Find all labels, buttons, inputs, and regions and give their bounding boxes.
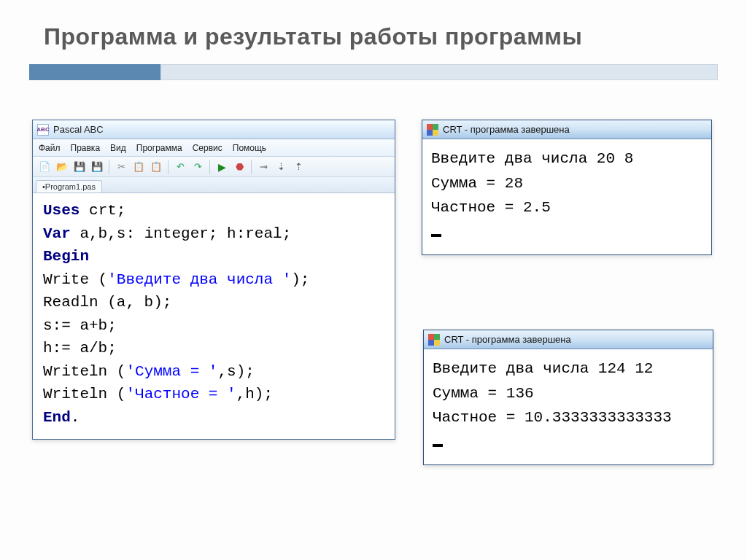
tabbar: •Program1.pas bbox=[33, 177, 395, 193]
code-text: ,h); bbox=[236, 386, 273, 402]
code-string: 'Введите два числа ' bbox=[107, 271, 291, 288]
code-text: . bbox=[71, 409, 80, 426]
paste-icon[interactable]: 📋 bbox=[149, 160, 163, 174]
crt-line: Частное = 10.3333333333333 bbox=[433, 409, 672, 426]
accent-left bbox=[29, 64, 160, 80]
menu-help[interactable]: Помощь bbox=[233, 143, 266, 153]
crt-window-title: CRT - программа завершена bbox=[444, 334, 571, 345]
pascal-ide-window: ABC Pascal ABC Файл Правка Вид Программа… bbox=[32, 120, 395, 440]
crt-titlebar: CRT - программа завершена bbox=[422, 120, 711, 139]
crt-line: Введите два числа 20 8 bbox=[431, 150, 633, 167]
menu-service[interactable]: Сервис bbox=[193, 143, 222, 153]
code-text: Readln (a, b); bbox=[43, 294, 171, 311]
crt-line: Сумма = 136 bbox=[433, 385, 534, 402]
menubar: Файл Правка Вид Программа Сервис Помощь bbox=[33, 139, 395, 157]
menu-file[interactable]: Файл bbox=[39, 143, 61, 153]
crt-line: Сумма = 28 bbox=[431, 175, 523, 192]
accent-bar bbox=[29, 64, 718, 80]
code-kw-uses: Uses bbox=[43, 202, 80, 219]
step-into-icon[interactable]: ⇣ bbox=[274, 160, 288, 174]
crt-line: Введите два числа 124 12 bbox=[433, 360, 653, 377]
cursor-icon bbox=[433, 444, 443, 447]
crt-window-title: CRT - программа завершена bbox=[443, 124, 570, 135]
toolbar-separator bbox=[168, 160, 169, 174]
toolbar-separator bbox=[251, 160, 252, 174]
stop-icon[interactable]: ⬣ bbox=[232, 160, 247, 174]
cut-icon[interactable]: ✂ bbox=[114, 160, 128, 174]
new-file-icon[interactable]: 📄 bbox=[37, 160, 52, 174]
copy-icon[interactable]: 📋 bbox=[131, 160, 146, 174]
undo-icon[interactable]: ↶ bbox=[173, 160, 187, 174]
code-text: s:= a+b; bbox=[43, 317, 117, 334]
step-out-icon[interactable]: ⇡ bbox=[291, 160, 306, 174]
toolbar: 📄 📂 💾 💾 ✂ 📋 📋 ↶ ↷ ▶ ⬣ ⊸ ⇣ ⇡ bbox=[33, 157, 395, 177]
code-text: ,s); bbox=[217, 363, 254, 380]
accent-right bbox=[160, 64, 718, 80]
code-kw-begin: Begin bbox=[43, 248, 89, 265]
code-kw-end: End bbox=[43, 409, 71, 426]
crt-app-icon bbox=[427, 124, 438, 136]
menu-view[interactable]: Вид bbox=[110, 143, 126, 153]
toolbar-separator bbox=[109, 160, 109, 174]
code-text: a,b,s: integer; h:real; bbox=[71, 225, 291, 242]
slide-title: Программа и результаты работы программы bbox=[44, 23, 582, 50]
code-editor[interactable]: Uses crt; Var a,b,s: integer; h:real; Be… bbox=[33, 193, 395, 439]
step-icon[interactable]: ⊸ bbox=[256, 160, 271, 174]
pascal-abc-icon: ABC bbox=[37, 124, 49, 136]
code-kw-var: Var bbox=[43, 225, 71, 242]
cursor-icon bbox=[431, 234, 441, 237]
code-text: crt; bbox=[80, 202, 125, 219]
crt-console-output: Введите два числа 20 8 Сумма = 28 Частно… bbox=[422, 139, 711, 254]
code-text: ); bbox=[291, 271, 309, 288]
crt-line: Частное = 2.5 bbox=[431, 199, 551, 216]
crt-window-1: CRT - программа завершена Введите два чи… bbox=[422, 120, 712, 255]
save-icon[interactable]: 💾 bbox=[72, 160, 87, 174]
code-text: h:= a/b; bbox=[43, 340, 117, 357]
open-file-icon[interactable]: 📂 bbox=[55, 160, 69, 174]
toolbar-separator bbox=[209, 160, 210, 174]
crt-titlebar: CRT - программа завершена bbox=[424, 330, 713, 349]
ide-titlebar: ABC Pascal ABC bbox=[33, 120, 395, 139]
crt-window-2: CRT - программа завершена Введите два чи… bbox=[423, 330, 713, 465]
code-string: 'Сумма = ' bbox=[125, 363, 217, 380]
code-text: Writeln ( bbox=[43, 363, 125, 380]
crt-app-icon bbox=[428, 334, 440, 346]
menu-program[interactable]: Программа bbox=[136, 143, 182, 153]
file-tab[interactable]: •Program1.pas bbox=[36, 180, 102, 192]
run-icon[interactable]: ▶ bbox=[214, 160, 229, 174]
code-text: Writeln ( bbox=[43, 386, 125, 402]
save-all-icon[interactable]: 💾 bbox=[90, 160, 104, 174]
code-text: Write ( bbox=[43, 271, 107, 288]
menu-edit[interactable]: Правка bbox=[71, 143, 101, 153]
redo-icon[interactable]: ↷ bbox=[190, 160, 205, 174]
ide-window-title: Pascal ABC bbox=[53, 124, 104, 135]
crt-console-output: Введите два числа 124 12 Сумма = 136 Час… bbox=[424, 349, 713, 464]
code-string: 'Частное = ' bbox=[125, 386, 236, 402]
